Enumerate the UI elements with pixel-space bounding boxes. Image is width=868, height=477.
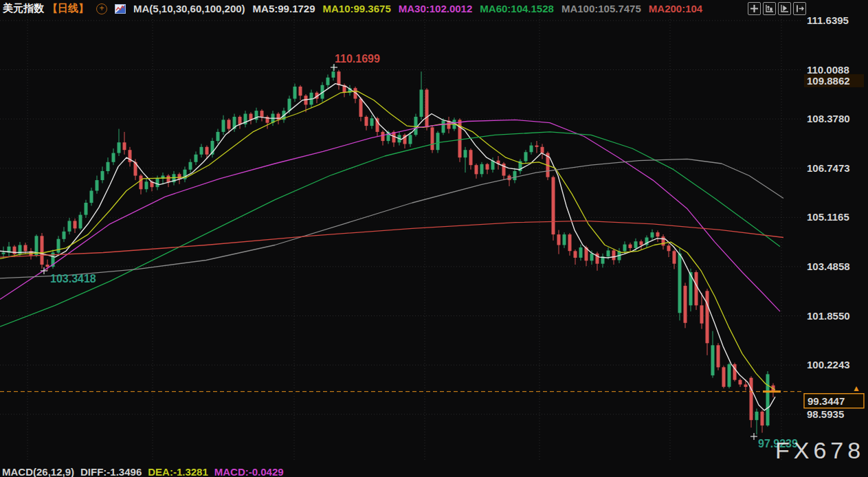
fit-right-button[interactable] [778,2,791,15]
candles-layer [2,65,775,434]
extreme-cross-marker [331,64,337,71]
y-axis-label: 110.0088 [807,64,849,76]
scroll-to-latest-arrow-icon[interactable]: ▲ [852,384,860,393]
ma200-value: MA200:104 [649,3,702,14]
ma-settings-label: MA(5,10,30,60,100,200) [133,3,245,14]
ma60-value: MA60:104.1528 [480,3,554,14]
y-axis-label: 101.8550 [807,310,850,322]
period-label: 【日线】 [47,2,89,15]
macd-settings-label: MACD(26,12,9) [2,466,74,477]
y-axis-label: 98.5935 [807,408,844,420]
macd-macd-value: MACD:-0.0429 [214,466,284,477]
ma-line-ma30 [0,120,780,311]
y-axis-label: 103.4858 [807,260,850,272]
symbol-label: 美元指数 [3,2,44,15]
y-axis-label: 100.2243 [807,359,850,370]
price-annotation-high: 110.1699 [335,53,380,65]
ma-line-ma100 [0,159,783,278]
price-annotation-low: 103.3418 [50,273,96,285]
reference-price-label: 109.8862 [807,75,850,87]
ma-line-ma5 [0,84,775,410]
y-axis-label: 105.1165 [807,211,849,223]
pan-button[interactable] [748,2,761,15]
price-chart-canvas[interactable]: 110.1699103.341897.9239111.6395110.00881… [0,0,868,477]
kline-chart-icon[interactable] [115,4,126,14]
y-axis-label: 108.3780 [807,113,850,124]
y-axis: 111.6395110.0088108.3780106.7473105.1165… [804,14,864,420]
fx678-watermark: FX678 [775,437,865,464]
gridlines [0,0,803,462]
add-indicator-icon[interactable]: + [96,3,107,14]
ma5-value: MA5:99.1729 [253,3,315,14]
shift-right-button[interactable] [793,2,806,15]
chart-toolbar [748,2,806,15]
chart-window: 110.1699103.341897.9239111.6395110.00881… [0,0,868,477]
chart-header: 美元指数 【日线】 + MA(5,10,30,60,100,200) MA5:9… [3,2,702,15]
ma-line-ma60 [0,132,780,326]
y-axis-label: 111.6395 [807,14,849,26]
current-price-label: 99.3447 [808,395,845,407]
ma100-value: MA100:105.7475 [561,3,641,14]
ma10-value: MA10:99.3675 [323,3,391,14]
ma30-value: MA30:102.0012 [399,3,473,14]
fit-left-button[interactable] [763,2,776,15]
macd-indicator-header: MACD(26,12,9) DIFF:-1.3496 DEA:-1.3281 M… [2,466,284,477]
y-axis-label: 106.7473 [807,162,850,174]
macd-diff-value: DIFF:-1.3496 [80,466,142,477]
macd-dea-value: DEA:-1.3281 [148,466,208,477]
